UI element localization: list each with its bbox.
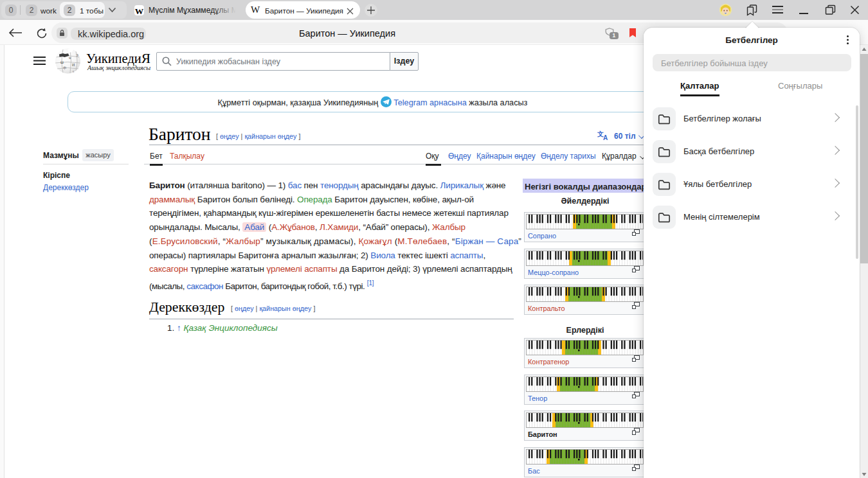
svg-text:И: И bbox=[72, 63, 75, 67]
svg-text:中: 中 bbox=[63, 66, 67, 70]
svg-text:A: A bbox=[603, 134, 608, 140]
svg-text:ѡ: ѡ bbox=[69, 56, 71, 60]
svg-text:Ω: Ω bbox=[60, 60, 64, 64]
svg-text:Э: Э bbox=[76, 53, 78, 57]
svg-text:ς: ς bbox=[73, 69, 74, 73]
